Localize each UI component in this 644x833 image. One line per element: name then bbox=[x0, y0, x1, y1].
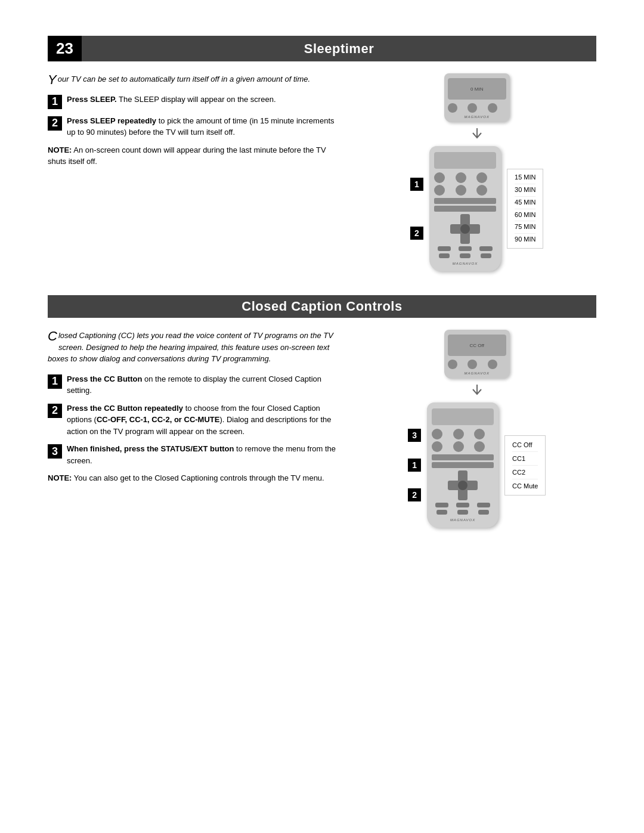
rbtn-sm-4 bbox=[439, 253, 450, 258]
cc-rbtn-sm-5 bbox=[457, 510, 468, 515]
intro-text-content: our TV can be set to automatically turn … bbox=[58, 75, 310, 83]
cc-step-1: 1 Press the CC Button on the remote to d… bbox=[48, 373, 340, 397]
cc-step-number-3: 3 bbox=[48, 444, 62, 459]
cc-step-text-3: When finished, press the STATUS/EXT butt… bbox=[67, 443, 340, 466]
rbtn-6 bbox=[476, 185, 487, 196]
cc-step-text-1: Press the CC Button on the remote to dis… bbox=[67, 373, 340, 397]
cc-rbtn-rect-1 bbox=[432, 454, 494, 460]
note-label: NOTE: bbox=[48, 145, 72, 154]
cc-step-bold-2: Press the CC Button repeatedly bbox=[67, 404, 183, 413]
cc-rbtn-sm-3 bbox=[477, 503, 490, 507]
cc-step-badge-2: 2 bbox=[408, 488, 421, 501]
cc-intro: C losed Captioning (CC) lets you read th… bbox=[48, 330, 340, 365]
step-badge-1: 1 bbox=[410, 178, 423, 191]
step-badge-2: 2 bbox=[410, 227, 423, 240]
sleeptimer-step-2: 2 Press SLEEP repeatedly to pick the amo… bbox=[48, 115, 340, 138]
cc-rbtn-top-6 bbox=[474, 441, 485, 452]
sleeptimer-image-col: 0 MIN MAGNAVOX 1 2 bbox=[358, 73, 597, 271]
sleeptimer-body: Y our TV can be set to automatically tur… bbox=[48, 73, 596, 271]
cc-rbtn-top-5 bbox=[453, 441, 464, 452]
dpad-center bbox=[460, 224, 470, 234]
cc-text-col: C losed Captioning (CC) lets you read th… bbox=[48, 330, 340, 528]
cc-remote-dpad bbox=[448, 470, 478, 500]
cc-rbtn-top-3 bbox=[474, 429, 485, 439]
section-number: 23 bbox=[48, 36, 82, 61]
step-number-1: 1 bbox=[48, 95, 62, 109]
cc-rbtn-sm-2 bbox=[456, 503, 469, 507]
cc-rbtn-top-2 bbox=[453, 429, 464, 439]
step-number-2: 2 bbox=[48, 116, 62, 131]
mini-remote-sleep: 0 MIN MAGNAVOX bbox=[444, 73, 510, 122]
remote-dpad bbox=[450, 214, 480, 244]
sleep-options-list: 15 MIN 30 MIN 45 MIN 60 MIN 75 MIN 90 MI… bbox=[507, 169, 543, 249]
mini-remote-cc: CC Off MAGNAVOX bbox=[444, 330, 510, 379]
rbtn-2 bbox=[456, 172, 466, 183]
remote-sleep-body: MAGNAVOX bbox=[429, 146, 501, 271]
cc-options-list: CC Off CC1 CC2 CC Mute bbox=[504, 435, 546, 496]
cc-note: NOTE: You can also get to the Closed Cap… bbox=[48, 472, 340, 484]
cc-opt-mute: CC Mute bbox=[512, 479, 538, 493]
cc-remote-with-options: 3 1 2 bbox=[408, 402, 546, 528]
large-cap-y: Y bbox=[48, 73, 57, 86]
cc-image-col: CC Off MAGNAVOX 3 1 2 bbox=[358, 330, 597, 528]
cc-options-bold: CC-OFF, CC-1, CC-2, or CC-MUTE bbox=[97, 415, 220, 424]
sleep-opt-15: 15 MIN bbox=[515, 172, 535, 184]
cc-step-badge-1: 1 bbox=[408, 459, 421, 472]
large-cap-c: C bbox=[48, 330, 57, 343]
cc-step-number-1: 1 bbox=[48, 374, 62, 389]
down-arrow bbox=[468, 128, 486, 140]
step-bold-2: Press SLEEP repeatedly bbox=[67, 116, 156, 125]
remote-top-buttons bbox=[434, 172, 496, 196]
rbtn-sm-5 bbox=[460, 253, 470, 258]
cc-rbtn-2 bbox=[467, 360, 477, 369]
cc-down-arrow bbox=[468, 385, 486, 397]
cc-header: Closed Caption Controls bbox=[48, 295, 596, 318]
step-text-2: Press SLEEP repeatedly to pick the amoun… bbox=[67, 115, 340, 138]
section-title: Sleeptimer bbox=[82, 36, 596, 61]
rbtn-rect-1 bbox=[434, 198, 496, 204]
cc-step-badges: 3 1 2 bbox=[408, 429, 421, 501]
rbtn-sm-3 bbox=[479, 246, 493, 251]
brand-mini: MAGNAVOX bbox=[448, 115, 506, 119]
remote-cc-body: MAGNAVOX bbox=[427, 402, 499, 528]
cc-rbtn-3 bbox=[488, 360, 497, 369]
cc-body: C losed Captioning (CC) lets you read th… bbox=[48, 330, 596, 528]
rbtn-sm-2 bbox=[459, 246, 472, 251]
sleep-opt-45: 45 MIN bbox=[515, 197, 535, 209]
rbtn-rect-2 bbox=[434, 206, 496, 212]
cc-opt-off: CC Off bbox=[512, 438, 538, 452]
cc-remote-bottom-buttons bbox=[432, 503, 494, 507]
sleeptimer-text-col: Y our TV can be set to automatically tur… bbox=[48, 73, 340, 271]
remote-bottom-buttons bbox=[434, 246, 496, 251]
sleep-opt-60: 60 MIN bbox=[515, 209, 535, 222]
cc-step-bold-1: Press the CC Button bbox=[67, 374, 142, 383]
cc-step-2: 2 Press the CC Button repeatedly to choo… bbox=[48, 402, 340, 438]
page: 23 Sleeptimer Y our TV can be set to aut… bbox=[0, 0, 644, 833]
sleep-display: 0 MIN bbox=[448, 78, 506, 100]
rbtn-sm-1 bbox=[438, 246, 451, 251]
cc-intro-text: losed Captioning (CC) lets you read the … bbox=[48, 331, 333, 363]
cc-step-number-2: 2 bbox=[48, 404, 62, 418]
remote-sleep-with-options: 1 2 bbox=[410, 146, 543, 271]
remote-screen-area bbox=[434, 152, 496, 169]
remote-brand-cc: MAGNAVOX bbox=[432, 518, 494, 522]
cc-rbtn-sm-4 bbox=[436, 510, 447, 515]
sleep-opt-90: 90 MIN bbox=[515, 234, 535, 246]
sleeptimer-intro: Y our TV can be set to automatically tur… bbox=[48, 73, 340, 85]
cc-dpad-center bbox=[458, 481, 467, 490]
cc-rbtn-rect-2 bbox=[432, 462, 494, 468]
cc-step-3: 3 When finished, press the STATUS/EXT bu… bbox=[48, 443, 340, 466]
rbtn-sm-6 bbox=[481, 253, 491, 258]
step-badges-left: 1 2 bbox=[410, 178, 423, 240]
cc-rbtn-top-1 bbox=[432, 429, 442, 439]
step-text-1: Press SLEEP. The SLEEP display will appe… bbox=[67, 94, 276, 106]
sleep-opt-30: 30 MIN bbox=[515, 184, 535, 197]
cc-remote-top-buttons bbox=[432, 429, 494, 452]
cc-rbtn-sm-1 bbox=[435, 503, 448, 507]
remote-brand-sleep: MAGNAVOX bbox=[434, 262, 496, 265]
cc-opt-2: CC2 bbox=[512, 466, 538, 479]
step-bold-1: Press SLEEP. bbox=[67, 95, 117, 104]
cc-display: CC Off bbox=[448, 335, 506, 356]
sleeptimer-step-1: 1 Press SLEEP. The SLEEP display will ap… bbox=[48, 94, 340, 109]
cc-note-label: NOTE: bbox=[48, 473, 72, 482]
